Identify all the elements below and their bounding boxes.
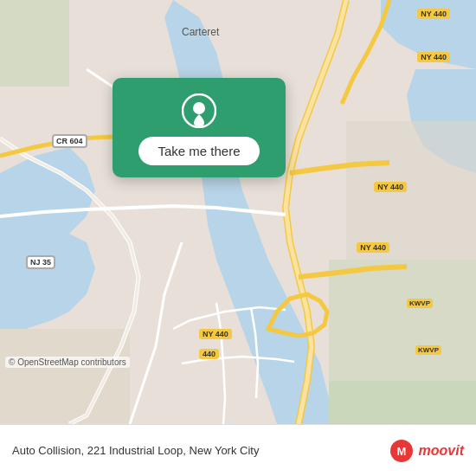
badge-440: 440 [199,349,219,359]
osm-attribution: © OpenStreetMap contributors [5,357,130,368]
moovit-icon: M [389,439,414,463]
address-text: Auto Collision, 221 Industrial Loop, New… [12,444,259,457]
take-me-there-button[interactable]: Take me there [138,137,259,165]
svg-rect-1 [0,0,69,87]
badge-nj35: NJ 35 [26,255,55,269]
badge-ny440-top2: NY 440 [417,52,450,62]
location-pin-icon [182,93,216,128]
badge-ny440-top: NY 440 [417,9,450,19]
svg-point-7 [193,102,205,114]
svg-rect-5 [346,121,476,260]
svg-text:M: M [396,445,406,458]
badge-ny440-2: NY 440 [357,242,389,253]
moovit-logo: M moovit [389,439,464,463]
bottom-bar: Auto Collision, 221 Industrial Loop, New… [0,424,476,476]
moovit-wordmark: moovit [419,443,464,459]
badge-ny440-3: NY 440 [199,329,232,339]
badge-cr604: CR 604 [52,134,87,148]
map-card: Take me there [113,78,286,177]
map-container: Carteret CR 604 NY 440 NY 440 NY 440 NY … [0,0,476,424]
svg-rect-3 [329,381,476,424]
carteret-label: Carteret [182,26,219,38]
badge-kwvp-1: KWVP [407,299,433,308]
badge-ny440-1: NY 440 [374,182,407,192]
svg-rect-4 [0,329,130,424]
badge-kwvp-2: KWVP [415,345,441,355]
